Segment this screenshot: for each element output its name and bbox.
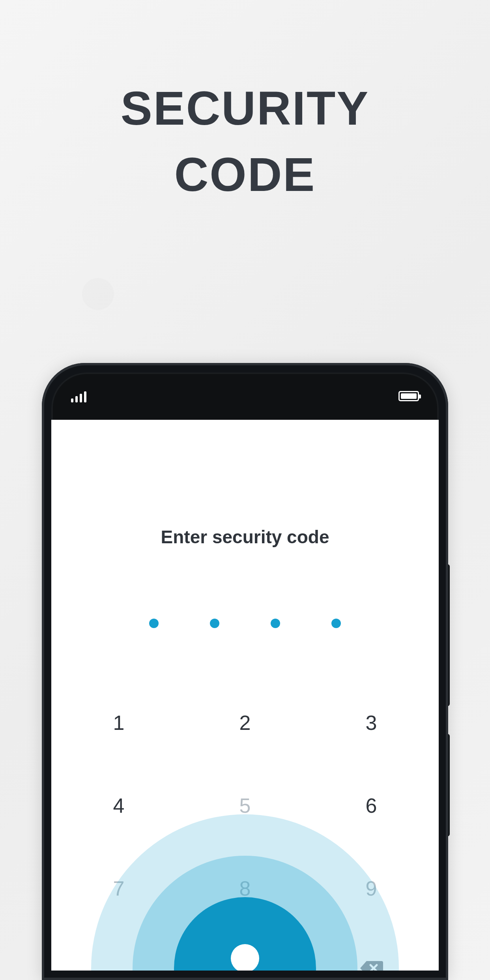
pin-dot [331,619,341,628]
keypad-key-9[interactable]: 9 [359,877,383,900]
keypad-backspace[interactable] [359,959,383,971]
marketing-headline: SECURITY CODE [0,75,490,208]
keypad-key-7[interactable]: 7 [107,877,131,900]
headline-line-2: CODE [0,141,490,208]
pin-dot [149,619,159,628]
keypad-key-0[interactable]: 0 [233,959,257,971]
status-bar [51,372,439,420]
battery-icon [398,391,419,401]
status-left [71,390,86,402]
status-right [398,391,419,401]
phone-frame: Enter security code 1 2 3 4 5 6 7 8 9 0 [42,363,448,980]
pin-dots [149,619,341,628]
keypad-key-5[interactable]: 5 [233,794,257,817]
signal-icon [71,390,86,402]
keypad: 1 2 3 4 5 6 7 8 9 0 [107,711,383,971]
pin-dot [271,619,280,628]
keypad-key-2[interactable]: 2 [233,711,257,735]
keypad-key-3[interactable]: 3 [359,711,383,735]
app-screen: Enter security code 1 2 3 4 5 6 7 8 9 0 [51,420,439,971]
keypad-key-8[interactable]: 8 [233,877,257,900]
pin-prompt: Enter security code [161,526,329,548]
headline-line-1: SECURITY [0,75,490,141]
keypad-key-6[interactable]: 6 [359,794,383,817]
keypad-key-4[interactable]: 4 [107,794,131,817]
keypad-empty [107,959,131,971]
pin-dot [210,619,219,628]
keypad-key-1[interactable]: 1 [107,711,131,735]
backspace-icon [359,959,383,971]
phone-inner: Enter security code 1 2 3 4 5 6 7 8 9 0 [51,372,439,971]
